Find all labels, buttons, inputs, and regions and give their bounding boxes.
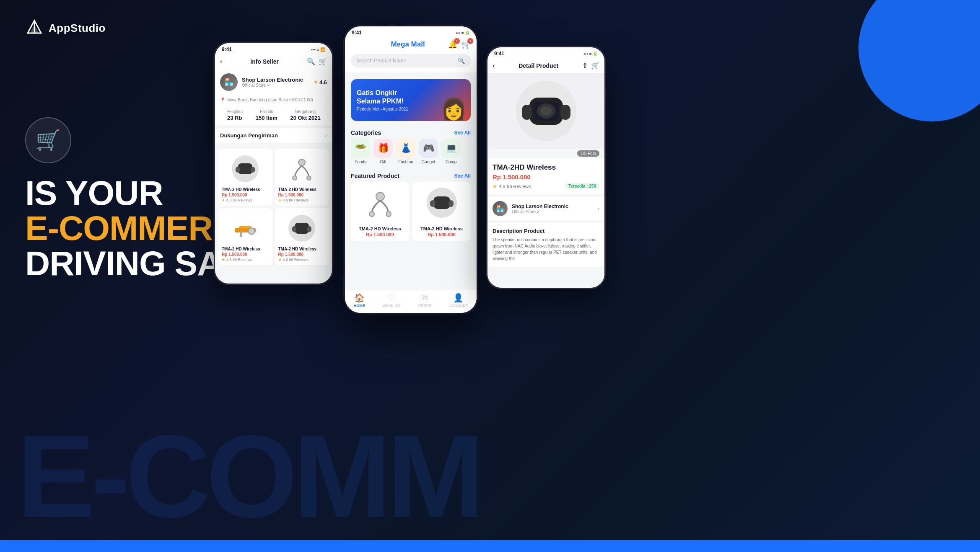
p2-banner-subtitle: Periode Mei - Agustus 2021 — [357, 107, 408, 111]
p2-category-gadget[interactable]: 🎮 Gadget — [419, 139, 438, 164]
p3-status-icons: ▪▪▪ ≈ 🔋 — [583, 52, 598, 56]
watermark-text: E-COMM — [17, 409, 480, 544]
p2-feat-name-0: TMA-2 HD Wireless — [355, 226, 405, 231]
p3-cart-icon[interactable]: 🛒 — [591, 62, 599, 70]
p1-stat-produk: Produk 150 Item — [256, 109, 277, 121]
p3-product-image — [487, 73, 604, 149]
p2-banner-title: Gatis OngkirSelama PPKM! — [357, 89, 408, 105]
p1-product-rating-2: ★ 4.6 86 Reviews — [222, 258, 269, 262]
p1-header-icons: 🔍 🛒 — [307, 57, 327, 65]
p1-rating: ★ 4.6 — [314, 79, 327, 85]
svg-point-7 — [298, 159, 305, 166]
p2-feat-img-0 — [355, 186, 405, 224]
p2-cart-badge: 2 — [467, 38, 473, 44]
p1-product-name-2: TMA-2 HD Wireless — [222, 247, 269, 251]
p2-nav-account[interactable]: 👤 ACCOUNT — [449, 293, 468, 308]
p1-product-img-0 — [222, 152, 269, 186]
svg-rect-23 — [430, 200, 435, 207]
svg-rect-17 — [307, 226, 311, 232]
p2-category-foods[interactable]: 🥗 Foods — [351, 139, 370, 164]
p1-search-icon[interactable]: 🔍 — [307, 57, 315, 65]
p2-nav-order[interactable]: 🛍 ORDER — [418, 293, 432, 308]
p1-product-name-1: TMA-2 HD Wireless — [278, 187, 326, 192]
p1-stat-label-0: Pengikut — [226, 109, 243, 114]
phone-3-screen: 9:41 ▪▪▪ ≈ 🔋 ‹ Detail Product ⇧ 🛒 — [487, 47, 604, 288]
p1-mini-star: ★ — [278, 198, 282, 202]
p1-seller-name: Shop Larson Electronic — [242, 77, 303, 83]
p2-nav-account-label: ACCOUNT — [449, 304, 468, 308]
p3-product-title: TMA-2HD Wireless — [493, 163, 599, 172]
phone-2-status-bar: 9:41 ▪▪▪ ≈ 🔋 — [345, 26, 477, 37]
p2-search-input-display[interactable]: Search Product Name 🔍 — [351, 54, 471, 67]
p3-time: 9:41 — [494, 51, 504, 57]
basket-icon: 🛒 — [36, 129, 61, 152]
p1-stat-bergabung: Bergabung 20 Okt 2021 — [290, 109, 320, 121]
bg-decoration-circle — [858, 0, 980, 121]
p2-cart-icon[interactable]: 🛒 2 — [461, 40, 471, 49]
p3-share-icon[interactable]: ⇧ — [582, 62, 588, 70]
p2-category-fashion[interactable]: 👗 Fashion — [396, 139, 415, 164]
p2-header-row: Mega Mall 🔔 1 🛒 2 — [345, 37, 477, 51]
p2-cat-label-fashion: Fashion — [398, 160, 413, 164]
p3-header-title: Detail Product — [519, 62, 558, 69]
list-item[interactable]: TMA-2 HD Wireless Rp 1.500.000 ★ 4.6 86 … — [218, 208, 272, 265]
p2-search-icon: 🔍 — [458, 57, 465, 64]
p2-cat-label-gadget: Gadget — [422, 160, 436, 164]
p2-time: 9:41 — [352, 30, 362, 36]
p3-image-counter-bar: 1/5 Foto — [487, 149, 604, 158]
list-item[interactable]: TMA-2 HD Wireless Rp 1.500.000 ★ 4.6 86 … — [218, 149, 272, 206]
p1-stat-value-1: 150 Item — [256, 115, 277, 121]
p3-seller-official: Official Store ✓ — [512, 209, 568, 214]
p2-nav-home[interactable]: 🏠 HOME — [354, 293, 365, 308]
p2-cat-icon-foods: 🥗 — [351, 139, 370, 158]
p1-product-rating-1: ★ 4.6 86 Reviews — [278, 198, 326, 202]
list-item[interactable]: TMA-2 HD Wireless Rp 1.500.000 ★ 4.6 86 … — [275, 208, 329, 265]
p1-seller-details: Shop Larson Electronic Official Store ✓ — [242, 77, 303, 88]
p3-seller-section[interactable]: 🏪 Shop Larson Electronic Official Store … — [487, 194, 604, 220]
phone-3-status-bar: 9:41 ▪▪▪ ≈ 🔋 — [487, 47, 604, 58]
p3-desc-title: Description Product — [493, 228, 599, 234]
list-item[interactable]: TMA-2 HD Wireless Rp 1.500.000 — [351, 182, 409, 241]
svg-rect-28 — [560, 105, 570, 120]
p1-cart-icon[interactable]: 🛒 — [319, 57, 327, 65]
p3-seller-avatar: 🏪 — [493, 201, 508, 216]
svg-rect-13 — [240, 231, 242, 237]
p2-featured-see-all[interactable]: See All — [454, 173, 471, 179]
p2-category-comp[interactable]: 💻 Comp — [441, 139, 461, 164]
p3-reviews-text: 86 Reviews — [507, 184, 531, 189]
list-item[interactable]: TMA-2 HD Wireless Rp 1.500.000 ★ 4.6 86 … — [275, 149, 329, 206]
p1-official-label: Official Store ✓ — [242, 83, 303, 88]
phone-2-screen: 9:41 ▪▪▪ ≈ 🔋 Mega Mall 🔔 1 🛒 2 Search Pr… — [345, 26, 477, 313]
p1-location-text: Jawa Barat, Bandung (Jam Buka 08:00-21:0… — [227, 98, 313, 102]
p1-chevron-icon: › — [325, 132, 327, 139]
p3-product-price: Rp 1.500.000 — [493, 173, 599, 181]
list-item[interactable]: TMA-2 HD Wireless Rp 1.500.000 — [412, 182, 471, 241]
p1-official-badge: ✓ — [267, 83, 270, 88]
p3-desc-text: The speaker unit contains a diaphragm th… — [493, 237, 599, 262]
phone-1-screen: 9:41 ▪▪▪ ≈ 📶 ‹ Info Seller 🔍 🛒 🏪 Shop La… — [215, 43, 332, 284]
svg-point-31 — [540, 106, 552, 116]
p2-categories-see-all[interactable]: See All — [454, 130, 471, 136]
p3-seller-chevron-icon: › — [597, 205, 599, 212]
p3-official-badge-icon: ✓ — [537, 209, 540, 214]
brand-name: AppStudio — [49, 22, 106, 35]
p3-seller-name: Shop Larson Electronic — [512, 204, 568, 209]
p1-shipping[interactable]: Dukungan Pengiriman › — [215, 128, 332, 145]
p2-cat-label-gift: Gift — [380, 160, 386, 164]
p2-nav-wishlist[interactable]: ♡ WISHLIST — [382, 293, 400, 308]
p3-back-icon[interactable]: ‹ — [493, 62, 495, 70]
p2-cat-icon-comp: 💻 — [441, 139, 461, 158]
p3-product-meta: ★ 4.6 86 Reviews Tersedia : 250 — [493, 183, 599, 189]
p2-feat-price-0: Rp 1.500.000 — [355, 232, 405, 237]
p2-featured-header: Featured Product See All — [345, 168, 477, 182]
p2-featured-grid: TMA-2 HD Wireless Rp 1.500.000 TMA-2 HD … — [345, 182, 477, 245]
p1-stat-value-2: 20 Okt 2021 — [290, 115, 320, 121]
p1-seller-avatar: 🏪 — [220, 73, 238, 91]
p2-bell-icon[interactable]: 🔔 1 — [448, 40, 457, 49]
p1-stat-label-1: Produk — [256, 109, 277, 114]
p2-category-gift[interactable]: 🎁 Gift — [373, 139, 393, 164]
p1-mini-star: ★ — [278, 258, 282, 262]
phone-1-status-bar: 9:41 ▪▪▪ ≈ 📶 — [215, 43, 332, 54]
logo-area: AppStudio — [25, 19, 106, 37]
p1-location-icon: 📍 — [220, 98, 225, 102]
